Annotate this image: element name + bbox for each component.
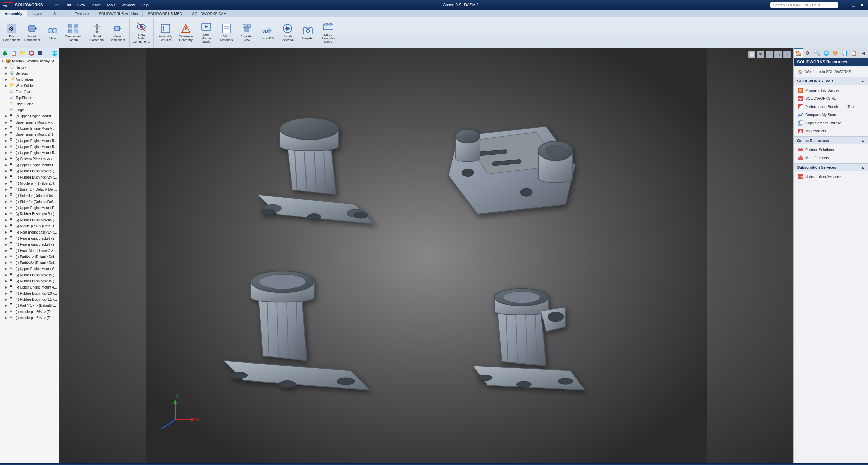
tree-item-upper-engine7[interactable]: ▶ ⚙ (-) Upper Engine Mount 5<3> -> (De..… — [0, 150, 59, 156]
exploded-view-button[interactable]: ExplodedView — [237, 22, 257, 43]
render-manager-tab[interactable]: 🌐 — [50, 49, 58, 57]
rp-tab-list[interactable]: 📋 — [849, 48, 859, 58]
tree-item-sensors[interactable]: ▶ 📡 Sensors — [0, 70, 59, 76]
tree-item-right-plane[interactable]: ◻ Right Plane — [0, 101, 59, 107]
reference-geometry-button[interactable]: ReferenceGeometry — [176, 22, 196, 43]
tree-item-side2[interactable]: ▶ ⚙ (-) Side<2> (Default<Default>... — [0, 199, 59, 205]
tree-item-upper-engine6[interactable]: ▶ ⚙ (-) Upper Engine Mount 5<2> -> (De..… — [0, 144, 59, 150]
tree-item-rubber1[interactable]: ▶ ⚙ (-) Rubber Bushings<1> (Default-... — [0, 168, 59, 174]
menu-file[interactable]: File — [50, 2, 61, 8]
tree-item-upper-engine1[interactable]: ▶ ⚙ (f) Upper Engine Mount Mid Brac... — [0, 113, 59, 119]
property-manager-tab[interactable]: 📋 — [9, 49, 18, 57]
menu-insert[interactable]: Insert — [88, 2, 103, 8]
tree-item-middle-pin1[interactable]: ▶ ⚙ (-) Middle pin<1> (Default<Def... — [0, 180, 59, 186]
mate-button[interactable]: Mate — [43, 24, 62, 42]
tree-item-rubber3[interactable]: ▶ ⚙ (-) Rubber Bushings<3> (Default-... — [0, 211, 59, 217]
tree-item-part6-2[interactable]: ▶ ⚙ (-) Part6<2> (Default<Default>... — [0, 260, 59, 266]
minimize-button[interactable]: ─ — [843, 2, 849, 8]
display-manager-tab[interactable]: 🖼 — [36, 49, 44, 57]
rp-item-partner-solutions[interactable]: Partner Solutions — [797, 146, 865, 154]
tree-item-middle-pin66[interactable]: ▶ ⚙ (-) middle pin 66<1> (Default<... — [0, 309, 59, 315]
tree-item-rear-mount[interactable]: ▶ ⚙ (-) Rear mount base<1> (Default-... — [0, 229, 59, 235]
tree-item-annotations[interactable]: ▶ 📝 Annotations — [0, 76, 59, 82]
rp-item-compare-score[interactable]: Compare My Score — [797, 111, 865, 119]
tab-evaluate[interactable]: Evaluate — [70, 10, 94, 17]
tree-item-upper-front2[interactable]: ▶ ⚙ (-) Upper Engine Mount Front and... — [0, 205, 59, 211]
tree-item-front-plane[interactable]: ◻ Front Plane — [0, 89, 59, 95]
tree-item-rubber8[interactable]: ▶ ⚙ (-) Rubber Bushings<8> (Default-... — [0, 272, 59, 278]
tree-item-custom-plate[interactable]: ▶ ⚙ (-) Custom Plate<1> -> (Default<... — [0, 156, 59, 162]
menu-tools[interactable]: Tools — [104, 2, 118, 8]
tree-item-front-mount-base[interactable]: ▶ ⚙ (-) Front Mount Base<1> (Default... — [0, 247, 59, 254]
tree-item-rubber10[interactable]: ▶ ⚙ (-) Rubber Bushings<10> (Default... — [0, 290, 59, 296]
tree-item-upper-engine2[interactable]: ▶ ⚙ Upper Engine Mount Mid Brac... — [0, 119, 59, 125]
rp-tab-settings[interactable]: ⚙ — [803, 48, 812, 58]
tree-item-weld-folder[interactable]: ▶ 📁 Weld Folder — [0, 82, 59, 89]
tab-sw-cam[interactable]: SOLIDWORKS CAM — [187, 10, 232, 17]
new-motion-study-button[interactable]: NewMotionStudy — [196, 20, 216, 45]
tree-item-top-plane[interactable]: ◻ Top Plane — [0, 95, 59, 101]
insert-component-button[interactable]: InsertComponent — [22, 22, 42, 43]
tab-sw-addins[interactable]: SOLIDWORKS Add-Ins — [94, 10, 143, 17]
close-button[interactable]: ✕ — [859, 2, 865, 8]
rp-tab-display[interactable]: 🎨 — [831, 48, 840, 58]
tree-item-upper-short[interactable]: ▶ ⚙ (-) Upper Engine Mount Short<2>... — [0, 266, 59, 272]
tree-item-part7[interactable]: ▶ ⚙ (-) Part7<1> -> (Default<Default>... — [0, 302, 59, 309]
rp-item-sub-services[interactable]: SW Subscription Services — [797, 172, 865, 181]
tab-layout[interactable]: Layout — [27, 10, 48, 17]
tab-sw-mbd[interactable]: SOLIDWORKS MBD — [143, 10, 187, 17]
rp-section-online-header[interactable]: Online Resources ▲ — [794, 137, 868, 144]
tree-item-rear-bracket2[interactable]: ▶ ⚙ (-) Rear mount bracket x23<1> -> (D.… — [0, 241, 59, 247]
tree-item-part6-1[interactable]: ▶ ⚙ (-) Part6<1> (Default<Default>... — [0, 254, 59, 260]
tree-item-side1[interactable]: ▶ ⚙ (-) Side<1> (Default<Default>... — [0, 192, 59, 199]
tree-item-upper-engine3[interactable]: ▶ ⚙ (-) Upper Engine Mount<1> -> (D... — [0, 125, 59, 131]
instant3d-button[interactable]: 3D Instant3D — [257, 24, 277, 42]
rp-item-my-products[interactable]: My Products — [797, 127, 865, 135]
tree-item-history[interactable]: ▶ 🕐 History — [0, 64, 59, 70]
tree-item-middle-pin2[interactable]: ▶ ⚙ (-) Middle pin<2> (Default<Def... — [0, 223, 59, 229]
menu-window[interactable]: Window — [119, 2, 137, 8]
tree-item-upper-front1[interactable]: ▶ ⚙ (-) Upper Engine Mount Front and... — [0, 162, 59, 168]
rp-item-copy-wizard[interactable]: Copy Settings Wizard — [797, 119, 865, 127]
move-component-button[interactable]: MoveComponent — [107, 22, 127, 43]
tree-item-rear-bracket1[interactable]: ▶ ⚙ (-) Rear mount bracket x23<1> -> (D.… — [0, 235, 59, 241]
bill-of-materials-button[interactable]: Bill ofMaterials — [217, 22, 236, 43]
tree-item-upper-engine5[interactable]: ▶ ⚙ (-) Upper Engine Mount 5<1> -> (De..… — [0, 137, 59, 144]
edit-components-button[interactable]: ⚙ EditComponents — [2, 22, 22, 43]
assembly-features-button[interactable]: f AssemblyFeatures — [156, 22, 175, 43]
rp-tab-3d[interactable]: 🌐 — [822, 48, 831, 58]
tab-sketch[interactable]: Sketch — [48, 10, 70, 17]
snapshot-button[interactable]: Snapshot — [298, 24, 318, 42]
feature-manager-tab[interactable]: 🌲 — [1, 49, 9, 57]
update-speedpak-button[interactable]: UpdateSpeedpak — [278, 22, 297, 43]
show-hidden-button[interactable]: ShowHiddenComponents — [132, 20, 151, 45]
tree-item-middle-pin61[interactable]: ▶ ⚙ (-) middle pin 61<1> (Default<... — [0, 315, 59, 321]
rp-item-perf-benchmark[interactable]: Performance Benchmark Test — [797, 103, 865, 111]
component-pattern-button[interactable]: ComponentPattern — [63, 22, 83, 43]
rp-tab-simulation[interactable]: 📊 — [840, 48, 849, 58]
search-input[interactable] — [770, 2, 838, 8]
rp-item-manufacturers[interactable]: Manufacturers — [797, 154, 865, 162]
large-assembly-mode-button[interactable]: LargeAssemblyMode — [318, 20, 338, 45]
tree-item-rubber2[interactable]: ▶ ⚙ (-) Rubber Bushings<2> (Default-... — [0, 174, 59, 180]
tree-item-assem3[interactable]: ▼ 📦 Assem3 (Default<Display State-1 — [0, 58, 59, 64]
rp-section-sw-tools-header[interactable]: SOLIDWORKS Tools ▲ — [794, 77, 868, 85]
tree-item-rubber11[interactable]: ▶ ⚙ (-) Rubber Bushings<11> (Default... — [0, 296, 59, 302]
tree-item-base1[interactable]: ▶ ⚙ (-) Base<1> (Default<Default>... — [0, 186, 59, 192]
rp-item-sw-rx[interactable]: Rx SOLIDWORKS Rx — [797, 94, 865, 103]
rp-tab-search[interactable]: 🔍 — [812, 48, 822, 58]
tree-item-rubber4[interactable]: ▶ ⚙ (-) Rubber Bushings<4> (Default-... — [0, 217, 59, 223]
dim-xpert-tab[interactable]: ⭕ — [27, 49, 35, 57]
rp-item-property-tab[interactable]: Property Tab Builder — [797, 86, 865, 94]
smart-fasteners-button[interactable]: SmartFasteners — [87, 22, 107, 43]
tab-assembly[interactable]: Assembly — [0, 10, 27, 17]
3d-viewport[interactable]: 🔍 ✋ 🔄 ↖ ⭕ 🏠 ◼ 🎨 💡 📷 🌟 ⬛ ⬜ ⊞ ─ □ ✕ — [59, 48, 793, 463]
tree-item-origin[interactable]: ✛ Origin — [0, 107, 59, 113]
config-manager-tab[interactable]: 📁 — [18, 49, 26, 57]
menu-edit[interactable]: Edit — [62, 2, 74, 8]
restore-button[interactable]: □ — [851, 2, 856, 8]
rp-item-welcome[interactable]: 🏠 Welcome to SOLIDWORKS — [797, 68, 865, 76]
tree-item-rubber9[interactable]: ▶ ⚙ (-) Rubber Bushings<9> (Default-... — [0, 278, 59, 284]
menu-help[interactable]: Help — [138, 2, 151, 8]
tree-item-upper-mount4[interactable]: ▶ ⚙ (-) Upper Engine Mount 4<2> -> (De..… — [0, 284, 59, 290]
